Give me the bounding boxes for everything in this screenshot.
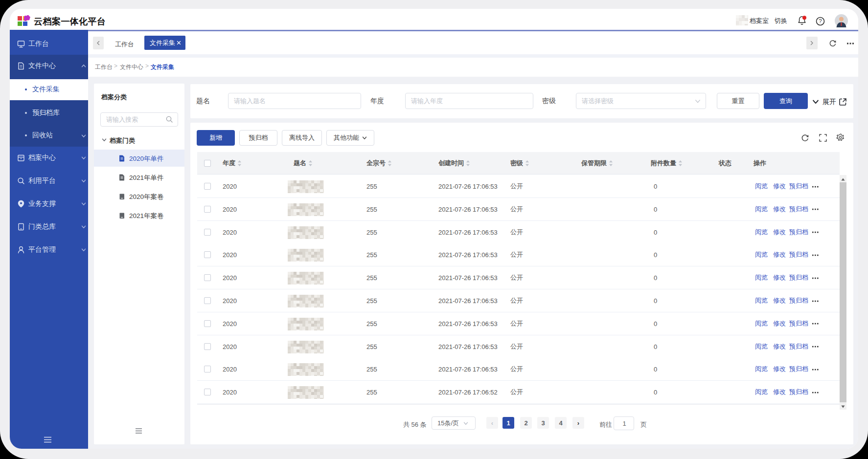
svg-text:?: ? (819, 18, 822, 24)
